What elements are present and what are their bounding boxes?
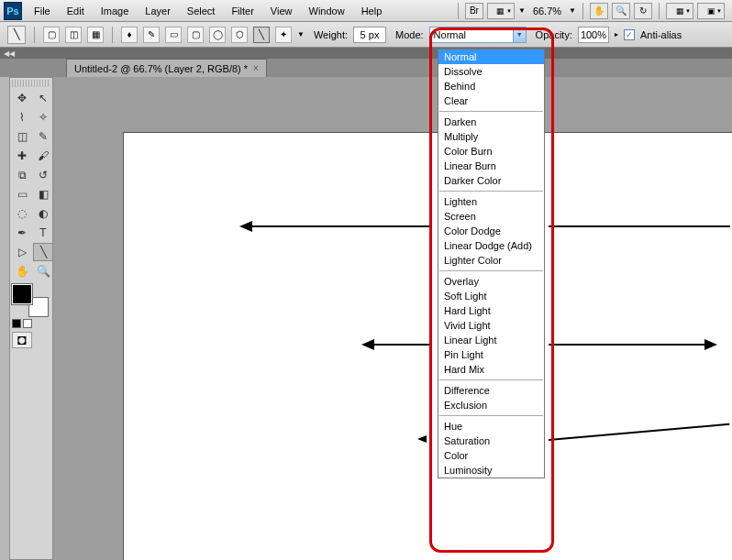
document-tab-title: Untitled-2 @ 66.7% (Layer 2, RGB/8) * [74,63,248,74]
tool-heal[interactable]: ✚ [12,147,32,165]
rectangle-icon[interactable]: ▭ [165,27,182,43]
divider [458,3,459,19]
tool-line[interactable]: ╲ [33,243,53,261]
ellipse-icon[interactable]: ◯ [209,27,226,43]
tool-blur[interactable]: ◌ [12,204,32,223]
fill-pixels-button[interactable]: ▦ [87,27,104,43]
tool-eraser[interactable]: ▭ [12,185,32,203]
opacity-flyout-icon[interactable]: ▸ [615,30,618,38]
mode-option-luminosity[interactable]: Luminosity [438,463,544,478]
workspace-dropdown[interactable]: ▣ [697,3,725,19]
mode-option-dissolve[interactable]: Dissolve [438,64,544,79]
menu-filter[interactable]: Filter [223,2,261,20]
arrange-dropdown[interactable]: ▦ [666,3,693,19]
mode-select[interactable]: Normal ▼ [429,27,527,43]
mode-option-hard-light[interactable]: Hard Light [438,303,544,318]
tool-dodge[interactable]: ◐ [33,204,53,223]
mode-option-exclusion[interactable]: Exclusion [438,398,544,412]
tool-hand[interactable]: ✋ [12,262,32,280]
default-colors[interactable] [12,319,50,328]
rotate-view-button[interactable]: ↻ [634,3,652,19]
mode-dropdown[interactable]: NormalDissolveBehindClearDarkenMultiplyC… [438,49,545,478]
tool-path-select[interactable]: ↖ [33,89,53,107]
color-swatches[interactable] [12,284,52,317]
menubar-right: Br ▦ ▼ 66.7% ▼ ✋ 🔍 ↻ ▦ ▣ [455,3,732,19]
mode-option-lighter-color[interactable]: Lighter Color [438,253,544,268]
tool-eyedropper[interactable]: ✎ [33,127,53,146]
antialias-checkbox[interactable]: ✓ [624,29,635,40]
mode-option-color-burn[interactable]: Color Burn [438,144,544,159]
menu-help[interactable]: Help [353,2,391,20]
shape-options-chevron-icon[interactable]: ▼ [297,30,305,38]
shape-layers-button[interactable]: ▢ [43,27,60,43]
tool-brush[interactable]: 🖌 [33,147,53,165]
menu-layer[interactable]: Layer [137,2,179,20]
mode-option-hard-mix[interactable]: Hard Mix [438,362,544,377]
zoom-button[interactable]: 🔍 [612,3,630,19]
tool-move[interactable]: ✥ [12,89,32,107]
mode-option-behind[interactable]: Behind [438,79,544,93]
zoom-level[interactable]: 66.7% [529,5,565,16]
mode-option-color[interactable]: Color [438,448,544,463]
close-icon[interactable]: × [253,63,259,73]
hand-button[interactable]: ✋ [590,3,608,19]
pen-icon[interactable]: ♦ [121,27,138,43]
opacity-input[interactable] [578,27,609,43]
tool-crop[interactable]: ◫ [12,127,32,146]
arrow-line [549,344,704,346]
document-tab[interactable]: Untitled-2 @ 66.7% (Layer 2, RGB/8) * × [66,59,267,77]
tool-stamp[interactable]: ⧉ [12,166,32,184]
mode-option-hue[interactable]: Hue [438,419,544,434]
paths-button[interactable]: ◫ [65,27,82,43]
custom-shape-icon[interactable]: ✦ [275,27,292,43]
mode-option-linear-dodge-add-[interactable]: Linear Dodge (Add) [438,238,544,253]
mode-option-multiply[interactable]: Multiply [438,129,544,144]
menu-file[interactable]: File [26,2,59,20]
mode-option-linear-light[interactable]: Linear Light [438,333,544,347]
mode-option-vivid-light[interactable]: Vivid Light [438,318,544,333]
tool-pen[interactable]: ✒ [12,224,32,242]
screenmode-dropdown[interactable]: ▦ [487,3,515,19]
mode-option-color-dodge[interactable]: Color Dodge [438,224,544,238]
menu-image[interactable]: Image [93,2,138,20]
menu-edit[interactable]: Edit [59,2,93,20]
foreground-swatch[interactable] [12,284,32,304]
mode-option-soft-light[interactable]: Soft Light [438,289,544,303]
tool-lasso[interactable]: ⌇ [12,108,32,126]
mode-option-pin-light[interactable]: Pin Light [438,347,544,362]
rounded-rect-icon[interactable]: ▢ [187,27,204,43]
tool-magic-wand[interactable]: ✧ [33,108,53,126]
collapse-icon[interactable]: ◀◀ [4,49,15,58]
weight-input[interactable] [353,27,386,43]
app-logo[interactable]: Ps [4,2,22,20]
gutter [0,77,9,560]
tool-zoom[interactable]: 🔍 [33,262,53,280]
mode-option-difference[interactable]: Difference [438,383,544,398]
tools-panel: ✥↖⌇✧◫✎✚🖌⧉↺▭◧◌◐✒T▷╲✋🔍 ◘ [9,77,53,560]
tool-history-brush[interactable]: ↺ [33,166,53,184]
document-canvas[interactable] [123,132,732,560]
mode-option-normal[interactable]: Normal [438,49,544,64]
mode-option-overlay[interactable]: Overlay [438,274,544,289]
menu-window[interactable]: Window [301,2,353,20]
panel-grip[interactable] [12,80,50,87]
tool-gradient[interactable]: ◧ [33,185,53,203]
mode-option-lighten[interactable]: Lighten [438,194,544,209]
active-tool-indicator[interactable]: ╲ [7,26,26,44]
menu-select[interactable]: Select [179,2,224,20]
arrow-right-head-icon [704,339,717,350]
tool-type[interactable]: T [33,224,53,242]
line-shape-icon[interactable]: ╲ [253,27,270,43]
mode-option-linear-burn[interactable]: Linear Burn [438,159,544,173]
mode-option-saturation[interactable]: Saturation [438,434,544,448]
quickmask-button[interactable]: ◘ [12,332,32,348]
tool-direct-select[interactable]: ▷ [12,243,32,261]
bridge-button[interactable]: Br [465,3,483,19]
mode-option-screen[interactable]: Screen [438,209,544,224]
polygon-icon[interactable]: ⬡ [231,27,248,43]
menu-view[interactable]: View [262,2,301,20]
mode-option-clear[interactable]: Clear [438,93,544,108]
mode-option-darken[interactable]: Darken [438,115,544,129]
freeform-pen-icon[interactable]: ✎ [143,27,160,43]
mode-option-darker-color[interactable]: Darker Color [438,173,544,188]
